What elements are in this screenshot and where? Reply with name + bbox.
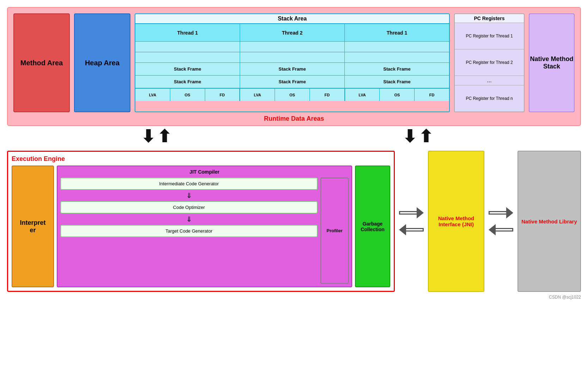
- jit-arrow-1: ⇓: [186, 192, 192, 199]
- empty-cell-2: [240, 42, 345, 52]
- nmi-label: Native Method Interface (JNI): [429, 215, 484, 227]
- fd-1: FD: [205, 89, 240, 101]
- intermediate-code-generator: Intermediate Code Generator: [60, 178, 318, 190]
- lva-1: LVA: [135, 89, 170, 101]
- pc-register-thread1: PC Register for Thread 1: [455, 23, 524, 49]
- stack-area: Stack Area Thread 1 Thread 2 Thread 1: [135, 13, 450, 112]
- stack-frame-2-3: Stack Frame: [345, 76, 449, 88]
- jit-title: JIT Compiler: [60, 169, 349, 175]
- os-3: OS: [380, 89, 415, 101]
- empty-row-2: [135, 52, 449, 63]
- lva-group-1: LVA OS FD: [135, 89, 240, 101]
- stack-area-title: Stack Area: [135, 14, 449, 24]
- bottom-section: Execution Engine Interpreter JIT Compile…: [7, 151, 581, 292]
- arrow-up-left: ⬆: [157, 128, 171, 145]
- thread-1-header: Thread 1: [135, 24, 240, 41]
- stack-frame-2-2: Stack Frame: [240, 76, 345, 88]
- target-code-generator: Target Code Generator: [60, 225, 318, 237]
- stack-frame-2-1: Stack Frame: [135, 76, 240, 88]
- left-arrow-pair: ⬇ ⬆: [141, 128, 171, 145]
- arrow-left-1: [399, 224, 424, 235]
- lva-3: LVA: [345, 89, 380, 101]
- pc-registers: PC Registers PC Register for Thread 1 PC…: [454, 13, 525, 112]
- execution-engine: Execution Engine Interpreter JIT Compile…: [7, 151, 395, 292]
- nml-label: Native Method Library: [521, 218, 577, 224]
- pc-register-thread2: PC Register for Thread 2: [455, 49, 524, 76]
- gc-label: Garbage Collection: [356, 221, 390, 232]
- jit-inner: Intermediate Code Generator ⇓ Code Optim…: [60, 178, 349, 284]
- thread-1b-header: Thread 1: [345, 24, 449, 41]
- lva-group-3: LVA OS FD: [345, 89, 449, 101]
- stack-frame-1-3: Stack Frame: [345, 63, 449, 75]
- stack-frame-row-1: Stack Frame Stack Frame Stack Frame: [135, 63, 449, 76]
- empty-cell-4: [135, 52, 240, 62]
- profiler: Profiler: [320, 178, 349, 284]
- thread-2-header: Thread 2: [240, 24, 345, 41]
- fd-3: FD: [415, 89, 449, 101]
- runtime-label: Runtime Data Areas: [13, 115, 575, 122]
- arrow-right-1: [399, 207, 424, 218]
- lva-2: LVA: [240, 89, 275, 101]
- profiler-label: Profiler: [326, 228, 343, 233]
- lva-row: LVA OS FD LVA OS FD LVA OS FD: [135, 88, 449, 101]
- heap-area: Heap Area: [74, 13, 130, 112]
- empty-cell-5: [240, 52, 345, 62]
- pc-dots: ...: [455, 76, 524, 85]
- stack-frame-1-2: Stack Frame: [240, 63, 345, 75]
- native-method-library: Native Method Library: [517, 151, 581, 292]
- fd-2: FD: [310, 89, 344, 101]
- empty-cell-6: [345, 52, 449, 62]
- os-1: OS: [170, 89, 205, 101]
- os-2: OS: [275, 89, 310, 101]
- native-method-stack: Native Method Stack: [529, 13, 575, 112]
- code-optimizer: Code Optimizer: [60, 201, 318, 214]
- arrow-right-2: [489, 207, 513, 218]
- middle-arrows: [395, 151, 428, 292]
- runtime-data-areas: Method Area Heap Area Stack Area Thread …: [7, 7, 581, 126]
- stack-frame-1-1: Stack Frame: [135, 63, 240, 75]
- runtime-inner: Method Area Heap Area Stack Area Thread …: [13, 13, 575, 112]
- jit-arrow-2: ⇓: [186, 216, 192, 223]
- method-area: Method Area: [13, 13, 70, 112]
- jit-compiler: JIT Compiler Intermediate Code Generator…: [57, 166, 352, 287]
- watermark: CSDN @scj1022: [7, 295, 581, 300]
- ee-inner: Interpreter JIT Compiler Intermediate Co…: [12, 166, 390, 287]
- native-method-interface: Native Method Interface (JNI): [428, 151, 484, 292]
- interpreter: Interpreter: [12, 166, 54, 287]
- right-arrow-pair: ⬇ ⬆: [403, 128, 433, 145]
- interpreter-label: Interpreter: [20, 219, 45, 234]
- arrow-down-right: ⬇: [403, 128, 417, 145]
- arrow-up-right: ⬆: [419, 128, 433, 145]
- stack-area-grid: Thread 1 Thread 2 Thread 1 Stack: [135, 24, 449, 112]
- jit-flow: Intermediate Code Generator ⇓ Code Optim…: [60, 178, 318, 284]
- ee-title: Execution Engine: [12, 155, 390, 163]
- arrow-down-left: ⬇: [141, 128, 155, 145]
- empty-cell-3: [345, 42, 449, 52]
- stack-frame-row-2: Stack Frame Stack Frame Stack Frame: [135, 76, 449, 88]
- garbage-collection: Garbage Collection: [355, 166, 390, 287]
- arrow-left-2: [489, 224, 513, 235]
- thread-header-row: Thread 1 Thread 2 Thread 1: [135, 24, 449, 42]
- pc-register-threadn: PC Register for Thread n: [455, 85, 524, 112]
- empty-row-1: [135, 42, 449, 52]
- lva-group-2: LVA OS FD: [240, 89, 344, 101]
- right-arrows: [484, 151, 517, 292]
- empty-cell-1: [135, 42, 240, 52]
- pc-registers-title: PC Registers: [455, 14, 524, 23]
- vertical-arrows: ⬇ ⬆ ⬇ ⬆: [14, 126, 574, 147]
